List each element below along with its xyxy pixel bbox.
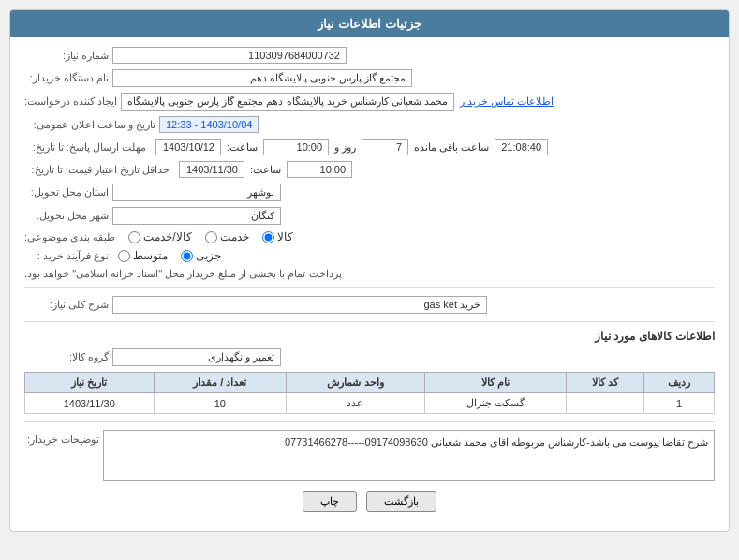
table-cell-row: 1 (644, 393, 715, 414)
table-header-name: نام کالا (424, 373, 567, 393)
announce-date-value: 1403/10/04 - 12:33 (159, 116, 259, 133)
process-note: پرداخت تمام با بخشی از مبلغ خریدار محل "… (24, 268, 342, 280)
need-desc-label: شرح کلی نیاز: (24, 299, 109, 311)
table-header-qty: تعداد / مقدار (154, 373, 287, 393)
goods-type-option-kala[interactable]: کالا (262, 230, 293, 243)
goods-type-group: کالا/خدمت خدمت کالا (128, 230, 292, 243)
goods-table: ردیف کد کالا نام کالا واحد شمارش تعداد /… (24, 372, 715, 414)
price-time: 10:00 (287, 161, 352, 178)
button-row: بازگشت چاپ (24, 491, 715, 522)
city-value: کنگان (112, 207, 281, 225)
price-time-label: ساعت: (250, 164, 281, 176)
table-header-code: کد کالا (567, 373, 644, 393)
table-cell-name: گسکت جنرال (424, 393, 567, 414)
goods-type-label: طبقه بندی موضوعی: (24, 231, 115, 243)
contact-link[interactable]: اطلاعات تماس خریدار (460, 96, 554, 108)
table-header-row: ردیف (644, 373, 715, 393)
buyer-org-value: مجتمع گاز پارس جنوبی پالایشگاه دهم (112, 69, 412, 87)
city-label: شهر محل تحویل: (24, 210, 109, 222)
buyer-org-label: نام دستگاه خریدار: (24, 72, 109, 84)
response-remaining-label: ساعت باقی مانده (414, 141, 489, 154)
process-type-group: متوسط جزیی (118, 249, 221, 262)
goods-info-title: اطلاعات کالاهای مورد نیاز (24, 330, 715, 343)
goods-type-option-khedmat[interactable]: خدمت (205, 230, 249, 243)
province-value: بوشهر (112, 184, 281, 201)
table-header-date: تاریخ نیاز (25, 373, 155, 393)
back-button[interactable]: بازگشت (366, 491, 436, 512)
price-date: 1403/11/30 (179, 161, 244, 178)
response-days: 7 (362, 139, 408, 155)
goods-type-option-khadamat[interactable]: کالا/خدمت (128, 230, 191, 243)
process-type-option-motavaset[interactable]: متوسط (118, 249, 168, 262)
goods-group-label: گروه کالا: (24, 351, 109, 363)
table-cell-date: 1403/11/30 (25, 393, 155, 414)
need-number-value: 1103097684000732 (112, 47, 347, 64)
requester-label: ایجاد کننده درخواست: (24, 96, 117, 108)
price-deadline-label: حداقل تاریخ اعتبار قیمت: تا تاریخ: (24, 164, 170, 176)
print-button[interactable]: چاپ (303, 491, 357, 512)
table-cell-code: -- (567, 393, 644, 414)
panel-title: جزئیات اطلاعات نیاز (10, 10, 729, 37)
response-countdown: 21:08:40 (495, 139, 548, 155)
announce-date-label: تاریخ و ساعت اعلان عمومی: (24, 119, 155, 131)
goods-group-value: تعمیر و نگهداری (112, 348, 281, 366)
response-deadline-label: مهلت ارسال پاسخ: تا تاریخ: (24, 141, 146, 154)
table-cell-unit: عدد (287, 393, 425, 414)
need-number-label: شماره نیاز: (24, 50, 109, 62)
table-row: 1--گسکت جنرالعدد101403/11/30 (25, 393, 715, 414)
requester-value: محمد شعبانی کارشناس خرید پالایشگاه دهم م… (121, 93, 454, 111)
need-desc-value: خرید gas ket (112, 296, 487, 314)
process-type-option-jozee[interactable]: جزیی (181, 249, 221, 262)
response-day-label: روز و (334, 141, 356, 154)
buyer-notes-value: شرح تقاضا پیوست می باشد-کارشناس مربوطه ا… (103, 430, 715, 481)
buyer-notes-label: توضیحات خریدار: (24, 434, 99, 446)
response-date: 1403/10/12 (155, 139, 221, 155)
response-time: 10:00 (263, 139, 329, 155)
response-time-label: ساعت: (227, 141, 258, 154)
province-label: استان محل تحویل: (24, 186, 109, 199)
table-cell-quantity: 10 (154, 393, 287, 414)
process-type-label: نوع فرآیند خرید : (24, 250, 109, 262)
table-header-unit: واحد شمارش (287, 373, 425, 393)
